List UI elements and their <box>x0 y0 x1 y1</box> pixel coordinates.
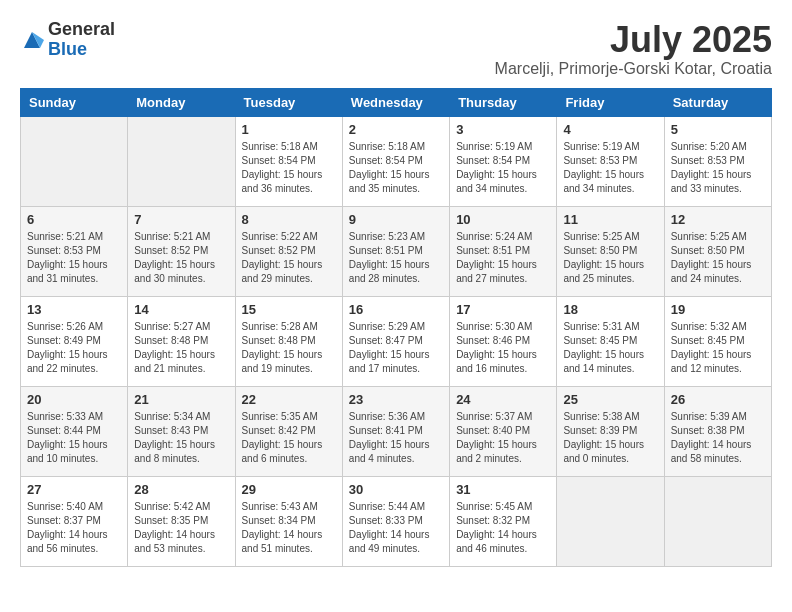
header-thursday: Thursday <box>450 88 557 116</box>
day-info: Sunrise: 5:33 AM Sunset: 8:44 PM Dayligh… <box>27 410 121 466</box>
table-row: 29Sunrise: 5:43 AM Sunset: 8:34 PM Dayli… <box>235 476 342 566</box>
day-number: 31 <box>456 482 550 497</box>
day-number: 30 <box>349 482 443 497</box>
day-number: 11 <box>563 212 657 227</box>
calendar-week-row: 27Sunrise: 5:40 AM Sunset: 8:37 PM Dayli… <box>21 476 772 566</box>
day-number: 27 <box>27 482 121 497</box>
table-row: 23Sunrise: 5:36 AM Sunset: 8:41 PM Dayli… <box>342 386 449 476</box>
day-info: Sunrise: 5:28 AM Sunset: 8:48 PM Dayligh… <box>242 320 336 376</box>
table-row: 30Sunrise: 5:44 AM Sunset: 8:33 PM Dayli… <box>342 476 449 566</box>
day-info: Sunrise: 5:40 AM Sunset: 8:37 PM Dayligh… <box>27 500 121 556</box>
day-info: Sunrise: 5:19 AM Sunset: 8:53 PM Dayligh… <box>563 140 657 196</box>
day-info: Sunrise: 5:31 AM Sunset: 8:45 PM Dayligh… <box>563 320 657 376</box>
day-info: Sunrise: 5:35 AM Sunset: 8:42 PM Dayligh… <box>242 410 336 466</box>
day-info: Sunrise: 5:22 AM Sunset: 8:52 PM Dayligh… <box>242 230 336 286</box>
table-row: 14Sunrise: 5:27 AM Sunset: 8:48 PM Dayli… <box>128 296 235 386</box>
day-info: Sunrise: 5:25 AM Sunset: 8:50 PM Dayligh… <box>563 230 657 286</box>
day-number: 4 <box>563 122 657 137</box>
day-number: 22 <box>242 392 336 407</box>
table-row: 28Sunrise: 5:42 AM Sunset: 8:35 PM Dayli… <box>128 476 235 566</box>
table-row: 20Sunrise: 5:33 AM Sunset: 8:44 PM Dayli… <box>21 386 128 476</box>
calendar-week-row: 20Sunrise: 5:33 AM Sunset: 8:44 PM Dayli… <box>21 386 772 476</box>
table-row: 26Sunrise: 5:39 AM Sunset: 8:38 PM Dayli… <box>664 386 771 476</box>
table-row: 12Sunrise: 5:25 AM Sunset: 8:50 PM Dayli… <box>664 206 771 296</box>
day-number: 20 <box>27 392 121 407</box>
table-row: 15Sunrise: 5:28 AM Sunset: 8:48 PM Dayli… <box>235 296 342 386</box>
day-info: Sunrise: 5:44 AM Sunset: 8:33 PM Dayligh… <box>349 500 443 556</box>
table-row: 6Sunrise: 5:21 AM Sunset: 8:53 PM Daylig… <box>21 206 128 296</box>
calendar-week-row: 13Sunrise: 5:26 AM Sunset: 8:49 PM Dayli… <box>21 296 772 386</box>
day-info: Sunrise: 5:19 AM Sunset: 8:54 PM Dayligh… <box>456 140 550 196</box>
table-row: 18Sunrise: 5:31 AM Sunset: 8:45 PM Dayli… <box>557 296 664 386</box>
location: Marcelji, Primorje-Gorski Kotar, Croatia <box>495 60 772 78</box>
table-row: 7Sunrise: 5:21 AM Sunset: 8:52 PM Daylig… <box>128 206 235 296</box>
day-info: Sunrise: 5:18 AM Sunset: 8:54 PM Dayligh… <box>349 140 443 196</box>
logo: General Blue <box>20 20 115 60</box>
day-info: Sunrise: 5:24 AM Sunset: 8:51 PM Dayligh… <box>456 230 550 286</box>
day-info: Sunrise: 5:23 AM Sunset: 8:51 PM Dayligh… <box>349 230 443 286</box>
day-info: Sunrise: 5:27 AM Sunset: 8:48 PM Dayligh… <box>134 320 228 376</box>
day-info: Sunrise: 5:34 AM Sunset: 8:43 PM Dayligh… <box>134 410 228 466</box>
table-row: 10Sunrise: 5:24 AM Sunset: 8:51 PM Dayli… <box>450 206 557 296</box>
day-number: 10 <box>456 212 550 227</box>
calendar-table: Sunday Monday Tuesday Wednesday Thursday… <box>20 88 772 567</box>
day-number: 26 <box>671 392 765 407</box>
day-number: 24 <box>456 392 550 407</box>
table-row: 3Sunrise: 5:19 AM Sunset: 8:54 PM Daylig… <box>450 116 557 206</box>
day-info: Sunrise: 5:30 AM Sunset: 8:46 PM Dayligh… <box>456 320 550 376</box>
header-wednesday: Wednesday <box>342 88 449 116</box>
day-number: 28 <box>134 482 228 497</box>
day-number: 2 <box>349 122 443 137</box>
day-number: 6 <box>27 212 121 227</box>
table-row: 21Sunrise: 5:34 AM Sunset: 8:43 PM Dayli… <box>128 386 235 476</box>
header-sunday: Sunday <box>21 88 128 116</box>
table-row: 13Sunrise: 5:26 AM Sunset: 8:49 PM Dayli… <box>21 296 128 386</box>
table-row <box>664 476 771 566</box>
table-row: 24Sunrise: 5:37 AM Sunset: 8:40 PM Dayli… <box>450 386 557 476</box>
table-row: 9Sunrise: 5:23 AM Sunset: 8:51 PM Daylig… <box>342 206 449 296</box>
table-row: 2Sunrise: 5:18 AM Sunset: 8:54 PM Daylig… <box>342 116 449 206</box>
day-number: 14 <box>134 302 228 317</box>
calendar-week-row: 6Sunrise: 5:21 AM Sunset: 8:53 PM Daylig… <box>21 206 772 296</box>
table-row: 4Sunrise: 5:19 AM Sunset: 8:53 PM Daylig… <box>557 116 664 206</box>
table-row: 17Sunrise: 5:30 AM Sunset: 8:46 PM Dayli… <box>450 296 557 386</box>
table-row: 27Sunrise: 5:40 AM Sunset: 8:37 PM Dayli… <box>21 476 128 566</box>
month-year: July 2025 <box>495 20 772 60</box>
day-info: Sunrise: 5:39 AM Sunset: 8:38 PM Dayligh… <box>671 410 765 466</box>
day-info: Sunrise: 5:42 AM Sunset: 8:35 PM Dayligh… <box>134 500 228 556</box>
day-info: Sunrise: 5:43 AM Sunset: 8:34 PM Dayligh… <box>242 500 336 556</box>
logo-icon <box>20 28 44 52</box>
day-number: 13 <box>27 302 121 317</box>
day-info: Sunrise: 5:21 AM Sunset: 8:53 PM Dayligh… <box>27 230 121 286</box>
logo-blue: Blue <box>48 40 115 60</box>
day-number: 17 <box>456 302 550 317</box>
calendar-header-row: Sunday Monday Tuesday Wednesday Thursday… <box>21 88 772 116</box>
day-info: Sunrise: 5:18 AM Sunset: 8:54 PM Dayligh… <box>242 140 336 196</box>
table-row: 25Sunrise: 5:38 AM Sunset: 8:39 PM Dayli… <box>557 386 664 476</box>
table-row <box>557 476 664 566</box>
day-number: 19 <box>671 302 765 317</box>
day-info: Sunrise: 5:38 AM Sunset: 8:39 PM Dayligh… <box>563 410 657 466</box>
day-number: 9 <box>349 212 443 227</box>
header-tuesday: Tuesday <box>235 88 342 116</box>
day-number: 3 <box>456 122 550 137</box>
header-monday: Monday <box>128 88 235 116</box>
logo-text: General Blue <box>48 20 115 60</box>
day-number: 1 <box>242 122 336 137</box>
header-friday: Friday <box>557 88 664 116</box>
table-row: 19Sunrise: 5:32 AM Sunset: 8:45 PM Dayli… <box>664 296 771 386</box>
table-row: 11Sunrise: 5:25 AM Sunset: 8:50 PM Dayli… <box>557 206 664 296</box>
day-number: 8 <box>242 212 336 227</box>
day-number: 25 <box>563 392 657 407</box>
day-info: Sunrise: 5:20 AM Sunset: 8:53 PM Dayligh… <box>671 140 765 196</box>
page-header: General Blue July 2025 Marcelji, Primorj… <box>20 20 772 78</box>
table-row <box>128 116 235 206</box>
table-row: 1Sunrise: 5:18 AM Sunset: 8:54 PM Daylig… <box>235 116 342 206</box>
day-info: Sunrise: 5:25 AM Sunset: 8:50 PM Dayligh… <box>671 230 765 286</box>
table-row: 22Sunrise: 5:35 AM Sunset: 8:42 PM Dayli… <box>235 386 342 476</box>
day-info: Sunrise: 5:37 AM Sunset: 8:40 PM Dayligh… <box>456 410 550 466</box>
day-info: Sunrise: 5:26 AM Sunset: 8:49 PM Dayligh… <box>27 320 121 376</box>
table-row: 16Sunrise: 5:29 AM Sunset: 8:47 PM Dayli… <box>342 296 449 386</box>
table-row <box>21 116 128 206</box>
header-saturday: Saturday <box>664 88 771 116</box>
